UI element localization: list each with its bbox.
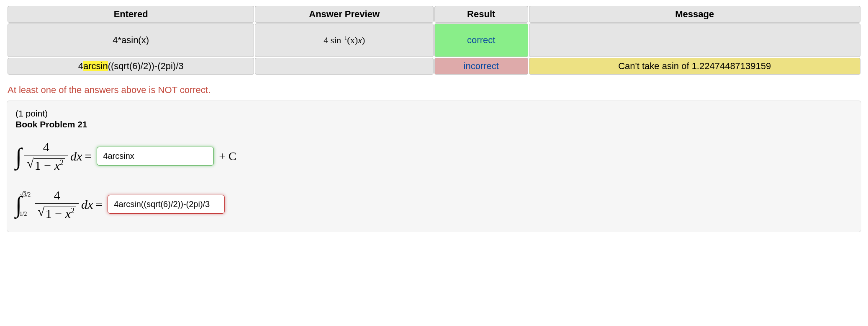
status-message: At least one of the answers above is NOT… — [8, 85, 861, 96]
cell-entered: 4*asin(x) — [8, 23, 254, 57]
integral-icon: ∫ √3/2 1/2 — [15, 193, 22, 216]
problem-title: Book Problem 21 — [15, 119, 853, 129]
col-preview: Answer Preview — [255, 6, 434, 23]
cell-result: correct — [434, 23, 528, 57]
problem-panel: (1 point) Book Problem 21 ∫ 4 √1 − x2 dx… — [7, 101, 861, 232]
table-row: 4*asin(x) 4 sin−1(x)x) correct — [8, 23, 860, 57]
points-label: (1 point) — [15, 109, 853, 119]
integral-icon: ∫ — [15, 145, 22, 168]
answer-input-1[interactable]: 4arcsinx — [97, 147, 214, 166]
table-row: 4arcsin((sqrt(6)/2))-(2pi)/3 incorrect C… — [8, 58, 860, 75]
col-result: Result — [434, 6, 528, 23]
cell-message — [529, 23, 861, 57]
cell-preview: 4 sin−1(x)x) — [255, 23, 434, 57]
results-table: Entered Answer Preview Result Message 4*… — [7, 5, 861, 75]
question-2: ∫ √3/2 1/2 4 √1 − x2 dx = 4arcsin((sqrt(… — [15, 189, 853, 220]
cell-entered: 4arcsin((sqrt(6)/2))-(2pi)/3 — [8, 58, 254, 75]
col-entered: Entered — [8, 6, 254, 23]
question-1: ∫ 4 √1 − x2 dx = 4arcsinx + C — [15, 140, 853, 172]
col-message: Message — [529, 6, 861, 23]
cell-message: Can't take asin of 1.22474487139159 — [529, 58, 861, 75]
cell-result: incorrect — [434, 58, 528, 75]
answer-input-2[interactable]: 4arcsin((sqrt(6)/2))-(2pi)/3 — [108, 195, 225, 214]
plus-c: + C — [219, 150, 236, 163]
cell-preview — [255, 58, 434, 75]
